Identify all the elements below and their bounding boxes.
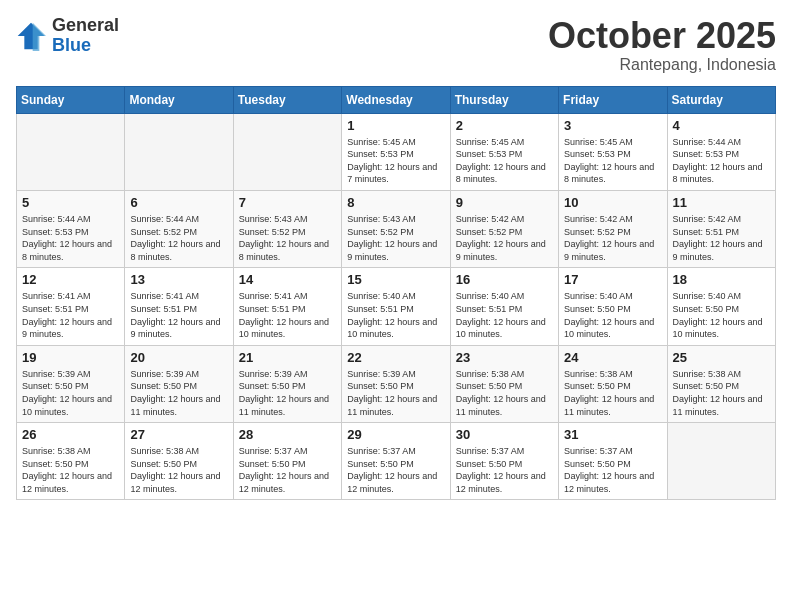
daylight-hours: Daylight: 12 hours and 9 minutes. [673, 238, 770, 263]
sunset: Sunset: 5:50 PM [22, 458, 119, 471]
day-number: 1 [347, 118, 444, 133]
sunset: Sunset: 5:51 PM [673, 226, 770, 239]
daylight-hours: Daylight: 12 hours and 11 minutes. [673, 393, 770, 418]
day-number: 31 [564, 427, 661, 442]
daylight-hours: Daylight: 12 hours and 8 minutes. [456, 161, 553, 186]
daylight-hours: Daylight: 12 hours and 12 minutes. [130, 470, 227, 495]
daylight-hours: Daylight: 12 hours and 9 minutes. [22, 316, 119, 341]
sunset: Sunset: 5:51 PM [239, 303, 336, 316]
day-number: 12 [22, 272, 119, 287]
day-number: 29 [347, 427, 444, 442]
sunrise: Sunrise: 5:45 AM [564, 136, 661, 149]
daylight-hours: Daylight: 12 hours and 10 minutes. [22, 393, 119, 418]
day-cell-25: 25Sunrise: 5:38 AMSunset: 5:50 PMDayligh… [667, 345, 775, 422]
day-number: 15 [347, 272, 444, 287]
daylight-hours: Daylight: 12 hours and 9 minutes. [130, 316, 227, 341]
day-info: Sunrise: 5:45 AMSunset: 5:53 PMDaylight:… [347, 136, 444, 186]
sunset: Sunset: 5:53 PM [347, 148, 444, 161]
daylight-hours: Daylight: 12 hours and 12 minutes. [456, 470, 553, 495]
calendar-header: SundayMondayTuesdayWednesdayThursdayFrid… [17, 86, 776, 113]
daylight-hours: Daylight: 12 hours and 10 minutes. [564, 316, 661, 341]
day-cell-15: 15Sunrise: 5:40 AMSunset: 5:51 PMDayligh… [342, 268, 450, 345]
sunrise: Sunrise: 5:42 AM [456, 213, 553, 226]
sunset: Sunset: 5:50 PM [239, 458, 336, 471]
logo-text: General Blue [52, 16, 119, 56]
logo-icon [16, 21, 46, 51]
day-number: 11 [673, 195, 770, 210]
day-number: 23 [456, 350, 553, 365]
sunrise: Sunrise: 5:38 AM [673, 368, 770, 381]
day-info: Sunrise: 5:37 AMSunset: 5:50 PMDaylight:… [347, 445, 444, 495]
day-cell-9: 9Sunrise: 5:42 AMSunset: 5:52 PMDaylight… [450, 190, 558, 267]
header-day-wednesday: Wednesday [342, 86, 450, 113]
day-info: Sunrise: 5:45 AMSunset: 5:53 PMDaylight:… [456, 136, 553, 186]
sunrise: Sunrise: 5:43 AM [347, 213, 444, 226]
day-info: Sunrise: 5:37 AMSunset: 5:50 PMDaylight:… [239, 445, 336, 495]
sunset: Sunset: 5:50 PM [564, 458, 661, 471]
calendar-week-3: 12Sunrise: 5:41 AMSunset: 5:51 PMDayligh… [17, 268, 776, 345]
sunset: Sunset: 5:53 PM [456, 148, 553, 161]
day-cell-3: 3Sunrise: 5:45 AMSunset: 5:53 PMDaylight… [559, 113, 667, 190]
day-cell-19: 19Sunrise: 5:39 AMSunset: 5:50 PMDayligh… [17, 345, 125, 422]
sunrise: Sunrise: 5:43 AM [239, 213, 336, 226]
sunset: Sunset: 5:50 PM [564, 380, 661, 393]
sunrise: Sunrise: 5:40 AM [456, 290, 553, 303]
sunset: Sunset: 5:52 PM [456, 226, 553, 239]
day-number: 17 [564, 272, 661, 287]
day-cell-6: 6Sunrise: 5:44 AMSunset: 5:52 PMDaylight… [125, 190, 233, 267]
day-number: 28 [239, 427, 336, 442]
daylight-hours: Daylight: 12 hours and 9 minutes. [456, 238, 553, 263]
day-info: Sunrise: 5:39 AMSunset: 5:50 PMDaylight:… [347, 368, 444, 418]
day-info: Sunrise: 5:41 AMSunset: 5:51 PMDaylight:… [239, 290, 336, 340]
header-row: SundayMondayTuesdayWednesdayThursdayFrid… [17, 86, 776, 113]
day-number: 13 [130, 272, 227, 287]
sunset: Sunset: 5:51 PM [456, 303, 553, 316]
day-cell-18: 18Sunrise: 5:40 AMSunset: 5:50 PMDayligh… [667, 268, 775, 345]
day-number: 24 [564, 350, 661, 365]
daylight-hours: Daylight: 12 hours and 12 minutes. [22, 470, 119, 495]
sunrise: Sunrise: 5:40 AM [564, 290, 661, 303]
day-info: Sunrise: 5:40 AMSunset: 5:50 PMDaylight:… [564, 290, 661, 340]
sunset: Sunset: 5:50 PM [456, 458, 553, 471]
day-cell-21: 21Sunrise: 5:39 AMSunset: 5:50 PMDayligh… [233, 345, 341, 422]
day-number: 10 [564, 195, 661, 210]
header-day-saturday: Saturday [667, 86, 775, 113]
daylight-hours: Daylight: 12 hours and 12 minutes. [239, 470, 336, 495]
day-number: 5 [22, 195, 119, 210]
daylight-hours: Daylight: 12 hours and 8 minutes. [673, 161, 770, 186]
daylight-hours: Daylight: 12 hours and 11 minutes. [130, 393, 227, 418]
daylight-hours: Daylight: 12 hours and 12 minutes. [564, 470, 661, 495]
day-cell-30: 30Sunrise: 5:37 AMSunset: 5:50 PMDayligh… [450, 423, 558, 500]
header-day-tuesday: Tuesday [233, 86, 341, 113]
sunrise: Sunrise: 5:41 AM [130, 290, 227, 303]
day-cell-10: 10Sunrise: 5:42 AMSunset: 5:52 PMDayligh… [559, 190, 667, 267]
daylight-hours: Daylight: 12 hours and 10 minutes. [347, 316, 444, 341]
day-number: 6 [130, 195, 227, 210]
title-block: October 2025 Rantepang, Indonesia [548, 16, 776, 74]
daylight-hours: Daylight: 12 hours and 8 minutes. [239, 238, 336, 263]
daylight-hours: Daylight: 12 hours and 11 minutes. [239, 393, 336, 418]
day-info: Sunrise: 5:45 AMSunset: 5:53 PMDaylight:… [564, 136, 661, 186]
day-number: 25 [673, 350, 770, 365]
day-info: Sunrise: 5:42 AMSunset: 5:51 PMDaylight:… [673, 213, 770, 263]
sunrise: Sunrise: 5:42 AM [564, 213, 661, 226]
header-day-monday: Monday [125, 86, 233, 113]
logo-blue: Blue [52, 35, 91, 55]
day-number: 19 [22, 350, 119, 365]
day-number: 18 [673, 272, 770, 287]
sunset: Sunset: 5:50 PM [347, 458, 444, 471]
sunset: Sunset: 5:53 PM [564, 148, 661, 161]
day-number: 21 [239, 350, 336, 365]
day-info: Sunrise: 5:42 AMSunset: 5:52 PMDaylight:… [456, 213, 553, 263]
day-cell-22: 22Sunrise: 5:39 AMSunset: 5:50 PMDayligh… [342, 345, 450, 422]
day-number: 22 [347, 350, 444, 365]
daylight-hours: Daylight: 12 hours and 10 minutes. [456, 316, 553, 341]
day-cell-17: 17Sunrise: 5:40 AMSunset: 5:50 PMDayligh… [559, 268, 667, 345]
calendar-week-1: 1Sunrise: 5:45 AMSunset: 5:53 PMDaylight… [17, 113, 776, 190]
day-cell-29: 29Sunrise: 5:37 AMSunset: 5:50 PMDayligh… [342, 423, 450, 500]
day-info: Sunrise: 5:43 AMSunset: 5:52 PMDaylight:… [239, 213, 336, 263]
sunset: Sunset: 5:50 PM [673, 380, 770, 393]
daylight-hours: Daylight: 12 hours and 9 minutes. [347, 238, 444, 263]
daylight-hours: Daylight: 12 hours and 7 minutes. [347, 161, 444, 186]
sunset: Sunset: 5:53 PM [22, 226, 119, 239]
